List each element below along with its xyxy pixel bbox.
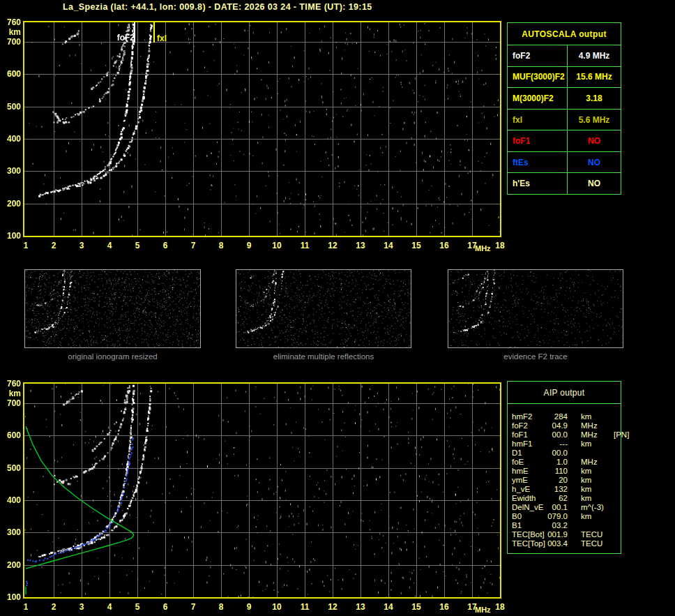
thumbnail-caption: original ionogram resized bbox=[24, 352, 201, 361]
x-tick-label: 14 bbox=[380, 602, 397, 612]
x-tick-label: 18 bbox=[492, 602, 508, 612]
x-tick-label: 7 bbox=[185, 241, 202, 250]
y-tick-label: 700 bbox=[0, 398, 21, 408]
aip-unit: TECU bbox=[568, 539, 604, 548]
aip-param: TEC[Top] bbox=[512, 539, 547, 548]
aip-val: 110 bbox=[547, 467, 568, 476]
x-tick-label: 6 bbox=[157, 602, 174, 612]
aip-extra bbox=[604, 421, 621, 430]
x-tick-label: 18 bbox=[492, 241, 508, 250]
aip-val: 03.2 bbox=[547, 521, 568, 530]
aip-extra bbox=[604, 412, 621, 421]
y-tick-label: 500 bbox=[0, 463, 21, 473]
y-tick-label: 500 bbox=[0, 102, 21, 112]
aip-param: Ewidth bbox=[512, 494, 547, 503]
thumbnail-caption: eliminate multiple reflections bbox=[236, 352, 411, 361]
aip-extra bbox=[604, 512, 621, 521]
aip-param: foE bbox=[512, 458, 547, 467]
y-tick-label: 600 bbox=[0, 69, 21, 79]
aip-param: hmF1 bbox=[512, 440, 547, 449]
x-tick-label: 8 bbox=[213, 602, 229, 612]
aip-extra bbox=[604, 521, 621, 530]
aip-extra bbox=[604, 449, 621, 458]
aip-val: 00.0 bbox=[547, 430, 568, 440]
aip-extra bbox=[604, 494, 621, 503]
param-label: ftEs bbox=[508, 152, 568, 173]
aip-row: B103.2 bbox=[508, 521, 621, 530]
y-tick-label: 300 bbox=[0, 527, 21, 537]
y-tick-label: 300 bbox=[0, 166, 21, 176]
y-axis-unit-label: km bbox=[0, 389, 21, 398]
param-label: M(3000)F2 bbox=[508, 88, 568, 109]
aip-row: hmF2284km bbox=[508, 412, 621, 421]
aip-row: h_vE132km bbox=[508, 485, 621, 494]
x-tick-label: 11 bbox=[296, 241, 313, 250]
ionogram-canvas-top bbox=[24, 22, 500, 236]
param-value: 4.9 MHz bbox=[568, 45, 621, 66]
aip-row: B0079.0km bbox=[508, 512, 621, 521]
y-axis-unit-label: km bbox=[0, 27, 21, 37]
aip-row: foF100.0MHz[PN] bbox=[508, 430, 621, 440]
aip-unit: km bbox=[568, 412, 604, 421]
thumbnail-canvas bbox=[25, 270, 200, 347]
thumbnail-eliminate-reflections bbox=[236, 269, 411, 348]
y-tick-label: 400 bbox=[0, 134, 21, 144]
thumbnail-evidence-f2 bbox=[448, 269, 623, 348]
aip-unit: km bbox=[568, 476, 604, 485]
fxi-marker-label: fxI bbox=[157, 33, 167, 43]
aip-val: 62 bbox=[547, 494, 568, 503]
aip-unit bbox=[568, 449, 604, 458]
aip-param: ymE bbox=[512, 476, 547, 485]
aip-val: 00.0 bbox=[547, 449, 568, 458]
y-tick-label: 400 bbox=[0, 495, 21, 505]
aip-row: hmF1---km bbox=[508, 440, 621, 449]
x-tick-label: 2 bbox=[45, 241, 62, 250]
aip-param: foF2 bbox=[512, 421, 547, 430]
aip-unit: km bbox=[568, 512, 604, 521]
param-value: NO bbox=[568, 173, 621, 194]
table-row: h'Es NO bbox=[508, 173, 621, 194]
aip-unit: km bbox=[568, 467, 604, 476]
aip-extra bbox=[604, 440, 621, 449]
table-row: ftEs NO bbox=[508, 152, 621, 174]
thumbnail-canvas bbox=[448, 270, 623, 347]
x-tick-label: 15 bbox=[408, 241, 425, 250]
aip-val: 20 bbox=[547, 476, 568, 485]
x-tick-label: 7 bbox=[185, 602, 202, 612]
aip-param: hmF2 bbox=[512, 412, 547, 421]
param-value: 3.18 bbox=[568, 88, 621, 109]
x-axis-unit-label: MHz bbox=[475, 606, 491, 614]
aip-unit bbox=[568, 521, 604, 530]
param-label: fxI bbox=[508, 110, 568, 130]
x-tick-label: 16 bbox=[436, 241, 453, 250]
aip-unit: MHz bbox=[568, 421, 604, 430]
x-tick-label: 3 bbox=[73, 602, 90, 612]
table-row: foF1 NO bbox=[508, 130, 621, 152]
aip-row: hmE110km bbox=[508, 467, 621, 476]
table-row: foF2 4.9 MHz bbox=[508, 45, 621, 67]
table-row: M(3000)F2 3.18 bbox=[508, 88, 621, 110]
y-tick-label: 100 bbox=[0, 592, 21, 602]
aip-row: TEC[Top]003.4TECU bbox=[508, 539, 621, 548]
thumbnail-caption: evidence F2 trace bbox=[448, 352, 623, 361]
aip-param: hmE bbox=[512, 467, 547, 476]
aip-unit: m^(-3) bbox=[568, 503, 604, 512]
aip-param: TEC[Bot] bbox=[512, 530, 547, 539]
thumbnail-original-ionogram bbox=[24, 269, 201, 348]
aip-table-header: AIP output bbox=[508, 382, 621, 404]
fof2-marker-label: foF2 bbox=[109, 33, 135, 43]
x-tick-label: 6 bbox=[157, 241, 174, 250]
autoscala-table-header: AUTOSCALA output bbox=[508, 23, 621, 45]
x-tick-label: 1 bbox=[17, 602, 34, 612]
aip-val: 079.0 bbox=[547, 512, 568, 521]
x-tick-label: 13 bbox=[352, 602, 369, 612]
y-tick-label: 200 bbox=[0, 560, 21, 570]
y-tick-label: 760 bbox=[0, 379, 21, 389]
x-tick-label: 16 bbox=[436, 602, 453, 612]
aip-unit: km bbox=[568, 440, 604, 449]
y-tick-label: 600 bbox=[0, 430, 21, 440]
ionogram-canvas-bottom bbox=[24, 384, 500, 597]
table-row: fxI 5.6 MHz bbox=[508, 110, 621, 131]
aip-val: 00.1 bbox=[547, 503, 568, 512]
aip-val: 003.4 bbox=[547, 539, 568, 548]
